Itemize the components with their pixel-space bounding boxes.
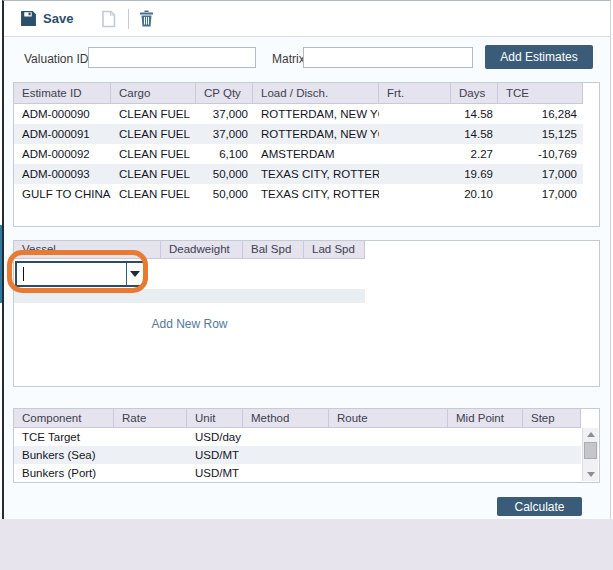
table-cell[interactable] bbox=[114, 446, 187, 464]
save-button[interactable]: Save bbox=[20, 10, 73, 27]
table-cell[interactable] bbox=[448, 464, 523, 482]
column-header: Load / Disch. bbox=[253, 83, 379, 104]
scrollbar-track[interactable] bbox=[583, 460, 598, 468]
table-cell[interactable]: 2.27 bbox=[451, 144, 498, 164]
scroll-up-button[interactable] bbox=[583, 428, 598, 441]
table-cell[interactable] bbox=[379, 104, 451, 124]
table-cell[interactable] bbox=[379, 124, 451, 144]
table-cell[interactable] bbox=[448, 446, 523, 464]
scroll-down-icon bbox=[587, 472, 595, 477]
table-cell[interactable]: 50,000 bbox=[196, 184, 253, 204]
table-row[interactable]: Bunkers (Sea)USD/MT bbox=[14, 446, 599, 464]
table-cell[interactable] bbox=[329, 428, 448, 446]
table-cell[interactable]: TCE Target bbox=[14, 428, 114, 446]
table-row[interactable]: ADM-000090CLEAN FUEL37,000ROTTERDAM, NEW… bbox=[14, 104, 599, 124]
table-row[interactable]: Bunkers (Port)USD/MT bbox=[14, 464, 599, 482]
column-header: Frt. bbox=[379, 83, 451, 104]
scrollbar-thumb[interactable] bbox=[584, 442, 597, 459]
table-cell[interactable] bbox=[114, 428, 187, 446]
table-row[interactable]: TCE TargetUSD/day bbox=[14, 428, 599, 446]
vessel-dropdown-button[interactable] bbox=[126, 263, 143, 285]
table-cell[interactable] bbox=[114, 464, 187, 482]
table-cell[interactable]: ROTTERDAM, NEW YORK bbox=[253, 104, 379, 124]
table-cell[interactable]: 20.10 bbox=[451, 184, 498, 204]
table-cell[interactable] bbox=[379, 144, 451, 164]
new-document-icon bbox=[101, 10, 116, 28]
matrix-label: Matrix bbox=[272, 52, 305, 66]
add-estimates-button[interactable]: Add Estimates bbox=[485, 45, 593, 69]
column-header: Bal Spd bbox=[243, 241, 304, 259]
table-cell[interactable] bbox=[243, 446, 329, 464]
table-cell[interactable] bbox=[379, 184, 451, 204]
table-cell[interactable]: Bunkers (Sea) bbox=[14, 446, 114, 464]
table-cell[interactable]: 37,000 bbox=[196, 104, 253, 124]
table-cell[interactable]: CLEAN FUEL bbox=[111, 184, 196, 204]
table-cell[interactable]: USD/MT bbox=[187, 446, 243, 464]
table-cell[interactable]: 6,100 bbox=[196, 144, 253, 164]
table-cell[interactable]: ADM-000090 bbox=[14, 104, 111, 124]
table-cell[interactable]: 50,000 bbox=[196, 164, 253, 184]
table-cell[interactable]: CLEAN FUEL bbox=[111, 144, 196, 164]
table-cell[interactable]: ADM-000092 bbox=[14, 144, 111, 164]
table-cell[interactable]: Bunkers (Port) bbox=[14, 464, 114, 482]
column-header: Route bbox=[329, 409, 448, 428]
table-cell[interactable]: ROTTERDAM, NEW YORK bbox=[253, 124, 379, 144]
delete-button[interactable] bbox=[139, 10, 154, 27]
table-cell[interactable] bbox=[379, 164, 451, 184]
estimates-grid-body: ADM-000090CLEAN FUEL37,000ROTTERDAM, NEW… bbox=[14, 104, 599, 204]
matrix-input[interactable] bbox=[303, 47, 473, 68]
new-document-button[interactable] bbox=[101, 10, 116, 28]
table-cell[interactable]: 19.69 bbox=[451, 164, 498, 184]
table-cell[interactable]: USD/MT bbox=[187, 464, 243, 482]
vessel-empty-row[interactable] bbox=[14, 289, 365, 303]
table-cell[interactable] bbox=[243, 428, 329, 446]
table-cell[interactable]: AMSTERDAM bbox=[253, 144, 379, 164]
table-cell[interactable] bbox=[523, 446, 581, 464]
vessel-grid: VesselDeadweightBal SpdLad Spd Add New R… bbox=[13, 240, 600, 387]
table-cell[interactable] bbox=[448, 428, 523, 446]
table-row[interactable]: GULF TO CHINACLEAN FUEL50,000TEXAS CITY,… bbox=[14, 184, 599, 204]
table-cell[interactable]: TEXAS CITY, ROTTERDAM bbox=[253, 184, 379, 204]
scroll-up-icon bbox=[587, 432, 595, 437]
vessel-combobox[interactable] bbox=[15, 261, 145, 287]
table-cell[interactable]: 17,000 bbox=[498, 164, 583, 184]
toolbar-divider bbox=[128, 9, 129, 29]
components-grid-header: ComponentRateUnitMethodRouteMid PointSte… bbox=[14, 409, 599, 428]
table-cell[interactable]: 14.58 bbox=[451, 124, 498, 144]
table-cell[interactable]: TEXAS CITY, ROTTERDAM bbox=[253, 164, 379, 184]
save-button-label: Save bbox=[43, 11, 73, 26]
column-header: Lad Spd bbox=[304, 241, 365, 259]
table-cell[interactable]: 37,000 bbox=[196, 124, 253, 144]
add-new-row-link[interactable]: Add New Row bbox=[14, 317, 365, 331]
table-cell[interactable] bbox=[329, 446, 448, 464]
table-cell[interactable]: USD/day bbox=[187, 428, 243, 446]
calculate-button[interactable]: Calculate bbox=[497, 497, 582, 516]
table-cell[interactable]: 17,000 bbox=[498, 184, 583, 204]
table-row[interactable]: ADM-000093CLEAN FUEL50,000TEXAS CITY, RO… bbox=[14, 164, 599, 184]
column-header: Component bbox=[14, 409, 114, 428]
scroll-down-button[interactable] bbox=[583, 468, 598, 481]
table-row[interactable]: ADM-000091CLEAN FUEL37,000ROTTERDAM, NEW… bbox=[14, 124, 599, 144]
components-scrollbar[interactable] bbox=[582, 428, 598, 481]
column-header: Unit bbox=[187, 409, 243, 428]
table-cell[interactable] bbox=[329, 464, 448, 482]
table-cell[interactable] bbox=[243, 464, 329, 482]
table-cell[interactable] bbox=[523, 464, 581, 482]
column-header: Estimate ID bbox=[14, 83, 111, 104]
table-cell[interactable]: GULF TO CHINA bbox=[14, 184, 111, 204]
table-cell[interactable]: -10,769 bbox=[498, 144, 583, 164]
table-row[interactable]: ADM-000092CLEAN FUEL6,100AMSTERDAM2.27-1… bbox=[14, 144, 599, 164]
table-cell[interactable]: ADM-000093 bbox=[14, 164, 111, 184]
table-cell[interactable]: ADM-000091 bbox=[14, 124, 111, 144]
components-grid-body: TCE TargetUSD/dayBunkers (Sea)USD/MTBunk… bbox=[14, 428, 599, 482]
table-cell[interactable]: CLEAN FUEL bbox=[111, 104, 196, 124]
table-cell[interactable]: 14.58 bbox=[451, 104, 498, 124]
valuation-id-label: Valuation ID bbox=[24, 52, 88, 66]
table-cell[interactable]: CLEAN FUEL bbox=[111, 164, 196, 184]
table-cell[interactable]: CLEAN FUEL bbox=[111, 124, 196, 144]
vessel-combobox-input[interactable] bbox=[17, 263, 126, 285]
table-cell[interactable] bbox=[523, 428, 581, 446]
valuation-id-input[interactable] bbox=[88, 47, 256, 68]
table-cell[interactable]: 15,125 bbox=[498, 124, 583, 144]
table-cell[interactable]: 16,284 bbox=[498, 104, 583, 124]
